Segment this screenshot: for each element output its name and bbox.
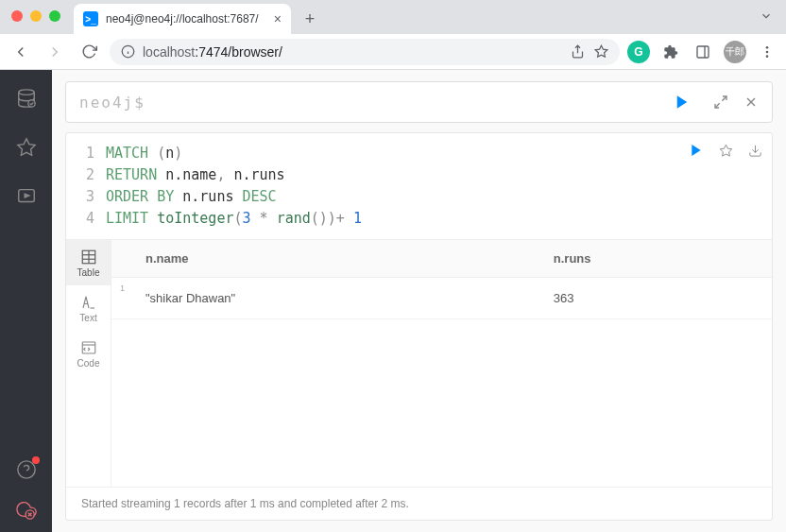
status-footer: Started streaming 1 records after 1 ms a… [66,487,772,520]
maximize-window-icon[interactable] [49,10,60,22]
minimize-window-icon[interactable] [30,10,42,22]
svg-marker-12 [17,139,34,155]
share-icon[interactable] [571,44,585,59]
notification-badge [32,456,40,464]
svg-line-22 [715,103,720,108]
results-table-wrap: n.namen.runs 1"shikar Dhawan"363 [111,240,772,487]
column-header: n.runs [537,240,772,278]
site-info-icon[interactable] [121,44,135,59]
column-header: n.name [128,240,537,278]
svg-marker-14 [25,194,29,197]
browser-toolbar: localhost:7474/browser/ G 千郎 [0,34,786,70]
query-prompt-bar[interactable]: neo4j$ [65,81,773,123]
reload-button[interactable] [76,39,102,65]
extensions-icon[interactable] [659,41,682,63]
result-frame: 1234 MATCH (n)RETURN n.name, n.runsORDER… [65,132,773,521]
tab-favicon: >_ [83,11,98,26]
tab-close-icon[interactable]: × [274,11,282,26]
grammarly-extension-icon[interactable]: G [627,41,650,63]
svg-marker-26 [720,145,732,156]
table-cell: 363 [537,278,772,319]
tab-code[interactable]: Code [66,331,111,376]
browser-tabstrip: >_ neo4j@neo4j://localhost:7687/ × + [0,0,786,34]
svg-line-21 [722,96,726,101]
svg-marker-25 [692,145,700,156]
query-code: MATCH (n)RETURN n.name, n.runsORDER BY n… [106,143,362,230]
svg-rect-5 [697,46,709,58]
chrome-menu-icon[interactable] [756,41,778,63]
cloud-error-icon[interactable] [15,498,38,521]
tab-title: neo4j@neo4j://localhost:7687/ [106,12,266,26]
fullscreen-icon[interactable] [713,94,728,110]
forward-button[interactable] [42,39,68,65]
bookmark-icon[interactable] [594,44,608,59]
table-row[interactable]: 1"shikar Dhawan"363 [111,278,772,319]
tabs-dropdown-icon[interactable] [760,9,773,23]
svg-point-10 [18,90,34,95]
profile-avatar[interactable]: 千郎 [724,41,746,63]
favorite-icon[interactable] [719,144,733,158]
database-icon[interactable] [15,87,38,110]
side-panel-icon[interactable] [692,41,714,63]
close-window-icon[interactable] [11,10,23,22]
favorites-icon[interactable] [15,136,38,159]
svg-point-9 [766,55,769,58]
tab-text[interactable]: Text [66,285,111,331]
query-editor[interactable]: 1234 MATCH (n)RETURN n.name, n.runsORDER… [66,133,772,240]
address-bar[interactable]: localhost:7474/browser/ [110,39,620,65]
table-cell: "shikar Dhawan" [128,278,537,319]
guides-icon[interactable] [15,185,38,208]
svg-point-8 [766,50,769,53]
neo4j-browser: neo4j$ 1234 MATCH (n)RETURN n.name, n.ru… [0,70,786,532]
new-tab-button[interactable]: + [297,6,323,32]
results-table: n.namen.runs 1"shikar Dhawan"363 [111,240,772,319]
run-query-button[interactable] [674,94,691,111]
extensions-row: G 千郎 [627,41,778,63]
svg-point-15 [17,461,34,478]
line-gutter: 1234 [66,143,106,230]
run-button[interactable] [689,143,704,158]
download-icon[interactable] [748,144,762,158]
prompt-label: neo4j$ [79,94,145,112]
view-mode-tabs: Table Text Code [66,240,111,487]
browser-tab[interactable]: >_ neo4j@neo4j://localhost:7687/ × [74,4,291,34]
svg-marker-20 [677,95,688,109]
close-icon[interactable] [743,94,759,110]
tab-table[interactable]: Table [66,240,111,285]
svg-point-7 [766,46,769,49]
svg-marker-4 [595,45,607,57]
url-text: localhost:7474/browser/ [143,44,282,60]
main-panel: neo4j$ 1234 MATCH (n)RETURN n.name, n.ru… [52,70,786,532]
window-controls [11,10,60,22]
back-button[interactable] [8,39,34,65]
app-sidebar [0,70,52,532]
